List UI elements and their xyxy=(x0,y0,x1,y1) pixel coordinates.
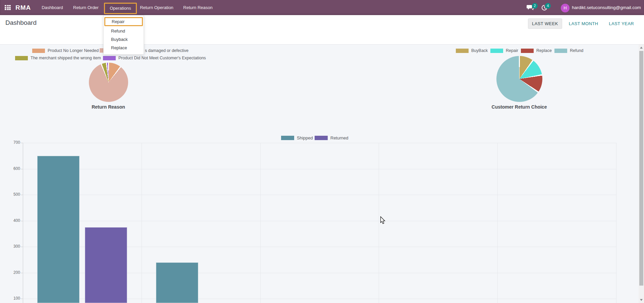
activities-badge: 4 xyxy=(545,3,551,9)
legend-label: Shipped xyxy=(297,135,313,140)
y-axis-tick-label: 600 xyxy=(6,166,20,171)
gridline-vertical xyxy=(616,143,616,303)
scrollbar-down-arrow[interactable] xyxy=(640,299,643,301)
y-axis-tick xyxy=(20,169,23,169)
legend-swatch xyxy=(490,49,503,53)
legend-label: BuyBack xyxy=(471,48,488,53)
y-axis-tick-label: 300 xyxy=(6,244,20,249)
nav-item-return-reason[interactable]: Return Reason xyxy=(178,0,217,15)
page-title: Dashboard xyxy=(5,19,37,26)
bar-shipped-0 xyxy=(37,156,79,303)
legend-label: Product No Longer Needed xyxy=(48,48,99,53)
y-axis-tick xyxy=(20,299,23,299)
legend-label: s damaged or defective xyxy=(145,48,189,53)
y-axis-tick xyxy=(20,195,23,195)
gridline-vertical xyxy=(142,143,142,303)
legend-swatch xyxy=(315,136,328,140)
legend-label: Product Did Not Meet Customer's Expectat… xyxy=(118,56,206,60)
nav-item-dashboard[interactable]: Dashboard xyxy=(36,0,69,15)
messages-badge: 2 xyxy=(532,3,538,9)
legend-swatch xyxy=(103,56,116,60)
last-year-button[interactable]: LAST YEAR xyxy=(605,18,638,29)
gridline-horizontal xyxy=(23,195,616,195)
legend-item: The merchant shipped the wrong item xyxy=(15,56,101,60)
legend-item: Product Did Not Meet Customer's Expectat… xyxy=(103,56,206,60)
legend-item: Product No Longer Needed xyxy=(32,48,99,53)
last-week-button[interactable]: LAST WEEK xyxy=(528,18,562,29)
gridline-horizontal xyxy=(23,169,616,169)
legend-swatch xyxy=(456,49,469,53)
rma-dashboard-screen: 100200300400500600700 Product No Longer … xyxy=(0,0,644,303)
menu-item-repair[interactable]: Repair xyxy=(104,17,143,26)
legend-item: Returned xyxy=(315,135,348,140)
legend-item: Replace xyxy=(521,48,552,53)
y-axis-tick-label: 200 xyxy=(6,270,20,275)
gridline-horizontal xyxy=(23,221,616,221)
legend-label: Refund xyxy=(570,48,583,53)
vertical-scrollbar[interactable] xyxy=(639,45,644,303)
operations-dropdown-menu: Repair Refund Buyback Replace xyxy=(103,15,144,55)
apps-grid-icon[interactable] xyxy=(5,5,11,10)
legend-label: Repair xyxy=(506,48,518,53)
legend-swatch xyxy=(554,49,567,53)
gridline-vertical xyxy=(379,143,379,303)
operations-highlight-box: Operations xyxy=(104,3,137,14)
nav-item-return-operation[interactable]: Return Operation xyxy=(137,0,177,15)
legend-label: Replace xyxy=(536,48,552,53)
legend-swatch xyxy=(15,56,28,60)
top-navbar: RMA Dashboard Return Order Operations Re… xyxy=(0,0,644,15)
legend-swatch xyxy=(521,49,534,53)
pie-title: Customer Return Choice xyxy=(479,104,559,110)
legend-item: Shipped xyxy=(281,135,313,140)
bar-returned-0 xyxy=(85,227,127,303)
y-axis-tick xyxy=(20,143,23,143)
y-axis-tick xyxy=(20,273,23,273)
y-axis-tick-label: 500 xyxy=(6,192,20,197)
legend-item: BuyBack xyxy=(456,48,488,53)
menu-item-buyback[interactable]: Buyback xyxy=(104,35,144,44)
bar-chart-canvas: 100200300400500600700 xyxy=(0,0,644,303)
menu-item-refund[interactable]: Refund xyxy=(104,27,144,35)
user-avatar[interactable]: H xyxy=(561,4,570,12)
customer-return-choice-pie-chart xyxy=(496,56,542,102)
legend-label: The merchant shipped the wrong item xyxy=(31,56,101,60)
nav-item-operations[interactable]: Operations xyxy=(105,4,136,13)
legend-item: Refund xyxy=(554,48,583,53)
y-axis-line xyxy=(23,143,23,303)
legend-swatch xyxy=(32,49,45,53)
legend-label: Returned xyxy=(330,135,348,140)
pie-title: Return Reason xyxy=(68,104,149,110)
y-axis-tick-label: 700 xyxy=(6,140,20,145)
date-range-button-group: LAST WEEK LAST MONTH LAST YEAR xyxy=(528,18,638,29)
y-axis-tick-label: 400 xyxy=(6,218,20,223)
user-menu-email[interactable]: hardikt.setuconsulting@gmail.com xyxy=(572,0,641,15)
legend-item: Repair xyxy=(490,48,518,53)
gridline-vertical xyxy=(497,143,498,303)
app-brand[interactable]: RMA xyxy=(15,0,31,15)
y-axis-tick xyxy=(20,221,23,221)
y-axis-tick xyxy=(20,247,23,247)
last-month-button[interactable]: LAST MONTH xyxy=(565,18,602,29)
gridline-vertical xyxy=(260,143,261,303)
return-reason-pie-chart xyxy=(89,63,128,102)
nav-item-return-order[interactable]: Return Order xyxy=(69,0,103,15)
mouse-cursor xyxy=(380,216,386,226)
scrollbar-thumb[interactable] xyxy=(639,51,643,286)
y-axis-tick-label: 100 xyxy=(6,296,20,301)
menu-item-replace[interactable]: Replace xyxy=(104,44,144,52)
gridline-horizontal xyxy=(23,143,616,143)
scrollbar-up-arrow[interactable] xyxy=(640,47,643,49)
bar-shipped-1 xyxy=(156,262,198,303)
control-panel-header: Dashboard LAST WEEK LAST MONTH LAST YEAR xyxy=(0,15,644,45)
legend-swatch xyxy=(281,136,294,140)
